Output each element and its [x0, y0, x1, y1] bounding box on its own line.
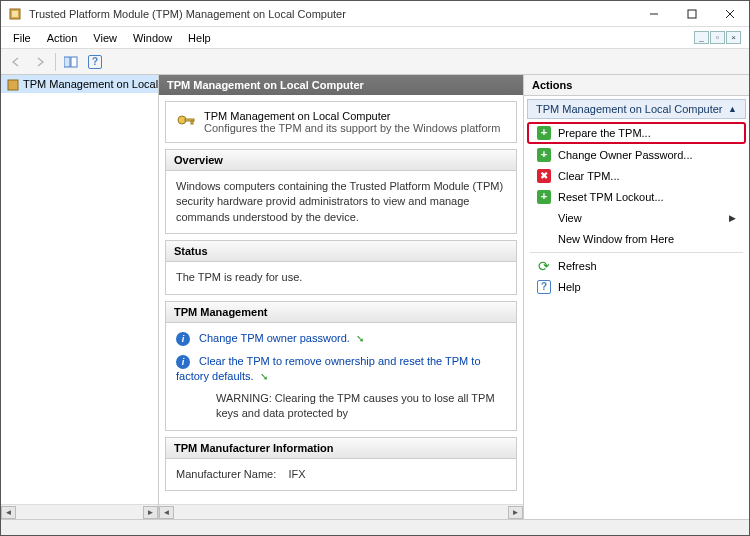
action-refresh[interactable]: ⟳ Refresh	[527, 256, 746, 276]
menu-window[interactable]: Window	[125, 30, 180, 46]
tree-scrollbar[interactable]: ◄►	[1, 504, 158, 519]
intro-card: TPM Management on Local Computer Configu…	[165, 101, 517, 143]
key-icon	[176, 110, 196, 134]
app-icon	[7, 6, 23, 22]
actions-pane: Actions TPM Management on Local Computer…	[524, 75, 749, 519]
mdi-restore-button[interactable]: ▫	[710, 31, 725, 44]
manuf-card: TPM Manufacturer Information Manufacture…	[165, 437, 517, 491]
action-view-label: View	[558, 212, 582, 224]
change-password-link[interactable]: Change TPM owner password.	[199, 332, 350, 344]
mdi-controls: _ ▫ ×	[694, 31, 745, 44]
actions-section-header[interactable]: TPM Management on Local Computer ▲	[527, 99, 746, 119]
arrow-icon: ➘	[356, 332, 364, 346]
x-icon: ✖	[537, 169, 551, 183]
actions-header: Actions	[524, 75, 749, 96]
overview-card: Overview Windows computers containing th…	[165, 149, 517, 234]
action-help[interactable]: ? Help	[527, 277, 746, 297]
scroll-right-button[interactable]: ►	[508, 506, 523, 519]
center-pane: TPM Management on Local Computer TPM Man…	[159, 75, 524, 519]
action-prepare-tpm[interactable]: + Prepare the TPM...	[527, 122, 746, 144]
status-body: The TPM is ready for use.	[166, 262, 516, 293]
scroll-right-button[interactable]: ►	[143, 506, 158, 519]
scroll-left-button[interactable]: ◄	[1, 506, 16, 519]
menu-view[interactable]: View	[85, 30, 125, 46]
chip-icon	[5, 77, 19, 91]
info-icon: i	[176, 332, 190, 346]
action-help-label: Help	[558, 281, 581, 293]
blank-icon	[537, 232, 551, 246]
menu-help[interactable]: Help	[180, 30, 219, 46]
forward-button	[29, 51, 51, 73]
submenu-arrow-icon: ▶	[729, 213, 736, 223]
mdi-minimize-button[interactable]: _	[694, 31, 709, 44]
action-clear-label: Clear TPM...	[558, 170, 620, 182]
arrow-icon: ➘	[260, 370, 268, 384]
svg-rect-3	[688, 10, 696, 18]
menu-action[interactable]: Action	[39, 30, 86, 46]
svg-rect-7	[71, 57, 77, 67]
mgmt-card: TPM Management i Change TPM owner passwo…	[165, 301, 517, 431]
show-hide-tree-button[interactable]	[60, 51, 82, 73]
svg-rect-6	[64, 57, 70, 67]
menu-file[interactable]: File	[5, 30, 39, 46]
content-area: TPM Management on Local Comput ◄► TPM Ma…	[1, 75, 749, 519]
status-heading: Status	[166, 241, 516, 262]
overview-body: Windows computers containing the Trusted…	[166, 171, 516, 233]
title-bar: Trusted Platform Module (TPM) Management…	[1, 1, 749, 27]
action-new-window[interactable]: New Window from Here	[527, 229, 746, 249]
overview-heading: Overview	[166, 150, 516, 171]
action-separator	[530, 252, 743, 253]
help-button[interactable]: ?	[84, 51, 106, 73]
action-change-owner-label: Change Owner Password...	[558, 149, 693, 161]
maximize-button[interactable]	[673, 1, 711, 27]
action-reset-label: Reset TPM Lockout...	[558, 191, 664, 203]
back-button	[5, 51, 27, 73]
action-refresh-label: Refresh	[558, 260, 597, 272]
close-button[interactable]	[711, 1, 749, 27]
mdi-close-button[interactable]: ×	[726, 31, 741, 44]
intro-desc: Configures the TPM and its support by th…	[204, 122, 500, 134]
info-icon: i	[176, 355, 190, 369]
action-change-owner[interactable]: + Change Owner Password...	[527, 145, 746, 165]
action-prepare-label: Prepare the TPM...	[558, 127, 651, 139]
plus-icon: +	[537, 148, 551, 162]
svg-rect-8	[8, 80, 18, 90]
action-clear-tpm[interactable]: ✖ Clear TPM...	[527, 166, 746, 186]
refresh-icon: ⟳	[537, 259, 551, 273]
scroll-left-button[interactable]: ◄	[159, 506, 174, 519]
center-scrollbar[interactable]: ◄►	[159, 504, 523, 519]
tree-root-label: TPM Management on Local Comput	[23, 78, 158, 90]
mgmt-heading: TPM Management	[166, 302, 516, 323]
actions-section-label: TPM Management on Local Computer	[536, 103, 722, 115]
action-new-window-label: New Window from Here	[558, 233, 674, 245]
svg-rect-11	[191, 121, 193, 124]
minimize-button[interactable]	[635, 1, 673, 27]
tree-pane: TPM Management on Local Comput ◄►	[1, 75, 159, 519]
toolbar-separator	[55, 53, 56, 71]
status-card: Status The TPM is ready for use.	[165, 240, 517, 294]
manuf-name-label: Manufacturer Name:	[176, 468, 276, 480]
center-header: TPM Management on Local Computer	[159, 75, 523, 95]
help-icon: ?	[537, 280, 551, 294]
menu-bar: File Action View Window Help _ ▫ ×	[1, 27, 749, 49]
manuf-heading: TPM Manufacturer Information	[166, 438, 516, 459]
clear-warning: WARNING: Clearing the TPM causes you to …	[216, 391, 506, 422]
status-bar	[1, 519, 749, 535]
action-reset-lockout[interactable]: + Reset TPM Lockout...	[527, 187, 746, 207]
blank-icon	[537, 211, 551, 225]
action-view[interactable]: View ▶	[527, 208, 746, 228]
window-title: Trusted Platform Module (TPM) Management…	[29, 8, 635, 20]
plus-icon: +	[537, 126, 551, 140]
clear-tpm-link[interactable]: Clear the TPM to remove ownership and re…	[176, 355, 481, 382]
svg-rect-1	[12, 11, 18, 17]
manuf-name-value: IFX	[289, 468, 306, 480]
collapse-icon: ▲	[728, 104, 737, 114]
tree-root-item[interactable]: TPM Management on Local Comput	[1, 75, 158, 93]
toolbar: ?	[1, 49, 749, 75]
plus-icon: +	[537, 190, 551, 204]
intro-title: TPM Management on Local Computer	[204, 110, 500, 122]
